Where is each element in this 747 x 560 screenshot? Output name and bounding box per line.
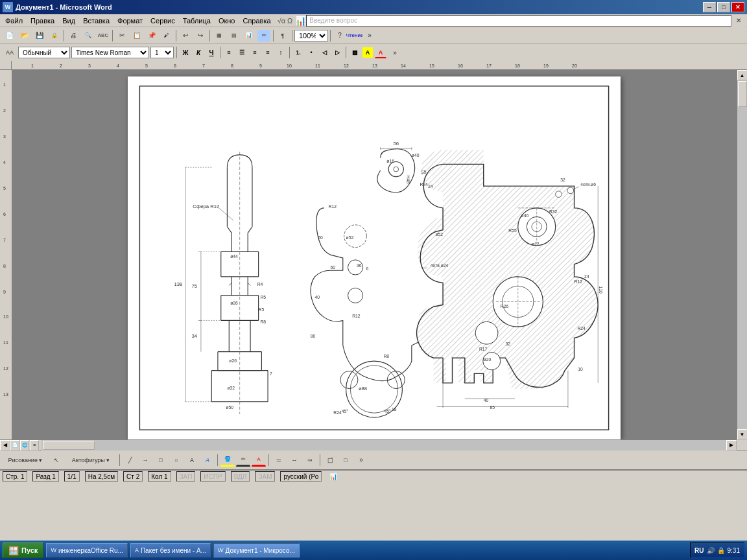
menu-format[interactable]: Формат [113, 16, 147, 26]
normal-view-btn[interactable]: 📄 [10, 440, 19, 450]
arrow-style-button[interactable]: ⇒ [303, 454, 317, 467]
undo-button[interactable]: ↩ [178, 29, 193, 42]
line-style-button[interactable]: ═ [272, 454, 286, 467]
minimize-button[interactable]: ─ [703, 2, 716, 12]
italic-button[interactable]: К [193, 47, 204, 58]
scroll-left-button[interactable]: ◀ [0, 440, 10, 450]
menu-tools[interactable]: Сервис [147, 16, 179, 26]
decrease-indent-button[interactable]: ◁ [318, 47, 330, 58]
scroll-up-button[interactable]: ▲ [737, 70, 748, 80]
help-input[interactable]: Введите вопрос [306, 15, 731, 27]
svg-text:4отв.ø6: 4отв.ø6 [580, 182, 596, 187]
menu-file[interactable]: Файл [1, 16, 27, 26]
menu-insert[interactable]: Вставка [79, 16, 113, 26]
print-preview-button[interactable]: 🔍 [81, 29, 95, 42]
separator6 [292, 30, 292, 41]
show-para-button[interactable]: ¶ [276, 29, 290, 42]
scroll-down-button[interactable]: ▼ [737, 429, 748, 439]
document-area[interactable]: Сфера R17 [12, 70, 737, 439]
menu-table[interactable]: Таблица [179, 16, 215, 26]
svg-text:5: 5 [145, 64, 148, 68]
menu-window[interactable]: Окно [215, 16, 239, 26]
autoshapes-button[interactable]: Автофигуры ▾ [65, 454, 117, 467]
close-button[interactable]: ✕ [731, 2, 744, 12]
scroll-track-v[interactable] [737, 80, 748, 429]
style-btn[interactable]: AA [3, 46, 17, 59]
svg-text:8: 8 [3, 264, 6, 268]
web-view-btn[interactable]: 🌐 [20, 440, 29, 450]
style-select[interactable]: Обычный [18, 47, 70, 58]
select-button[interactable]: ↖ [49, 454, 64, 467]
permission-button[interactable]: 🔒 [47, 29, 62, 42]
menu-help[interactable]: Справка [239, 16, 274, 26]
font-select[interactable]: Times New Roman [71, 47, 149, 58]
line-color-button[interactable]: ✏ [236, 454, 250, 467]
separator3 [176, 30, 176, 41]
num-list-button[interactable]: 1. [292, 47, 304, 58]
rect-tool[interactable]: □ [154, 454, 168, 467]
fmt-more-button[interactable]: » [388, 46, 402, 59]
insert-columns-button[interactable]: ▤ [227, 29, 241, 42]
scroll-thumb-v[interactable] [738, 81, 747, 107]
insert-table-button[interactable]: ▦ [212, 29, 226, 42]
maximize-button[interactable]: □ [717, 2, 730, 12]
paste-button[interactable]: 📌 [145, 29, 159, 42]
3d-button[interactable]: □ [338, 454, 353, 467]
oval-tool[interactable]: ○ [169, 454, 184, 467]
redo-button[interactable]: ↪ [193, 29, 208, 42]
taskbar-btn1[interactable]: W инженеркаOffice Ru... [46, 543, 128, 557]
line-spacing-button[interactable]: ↕ [275, 47, 287, 58]
wordart-tool[interactable]: A [200, 454, 215, 467]
dash-style-button[interactable]: -- [287, 454, 302, 467]
spell-button[interactable]: ABC [96, 29, 110, 42]
size-select[interactable]: 1 [150, 47, 174, 58]
horizontal-scrollbar[interactable]: ◀ 📄 🌐 ≡ ▶ [0, 439, 737, 450]
menu-view[interactable]: Вид [58, 16, 79, 26]
font-color-tool[interactable]: A [252, 454, 266, 467]
start-button[interactable]: 🪟 Пуск [3, 542, 43, 558]
taskbar-btn2[interactable]: A Пакет без имени - А... [130, 543, 211, 557]
shadow-button[interactable]: □̈ [323, 454, 337, 467]
cut-button[interactable]: ✂ [115, 29, 129, 42]
highlight-button[interactable]: A [362, 47, 374, 58]
menu-edit[interactable]: Правка [27, 16, 58, 26]
justify-button[interactable]: ≡ [262, 47, 274, 58]
fill-color-button[interactable]: 🪣 [220, 454, 235, 467]
drawing-menu-button[interactable]: Рисование ▾ [3, 454, 48, 467]
align-right-button[interactable]: ≡ [249, 47, 261, 58]
align-left-button[interactable]: ≡ [223, 47, 235, 58]
vertical-scrollbar[interactable]: ▲ ▼ [737, 70, 747, 439]
bul-list-button[interactable]: • [305, 47, 317, 58]
outline-view-btn[interactable]: ≡ [30, 440, 39, 450]
align-center-button[interactable]: ☰ [236, 47, 248, 58]
copy-button[interactable]: 📋 [130, 29, 144, 42]
insert-chart-button[interactable]: 📊 [242, 29, 256, 42]
scroll-right-button[interactable]: ▶ [726, 440, 737, 450]
underline-button[interactable]: Ч [206, 47, 217, 58]
border-button[interactable]: ▦ [349, 47, 361, 58]
more-draw-button[interactable]: » [354, 454, 368, 467]
print-button[interactable]: 🖨 [66, 29, 80, 42]
bold-button[interactable]: Ж [180, 47, 191, 58]
h-scroll-track[interactable] [42, 440, 726, 450]
col-status: Ст 2 [123, 471, 143, 482]
vertical-ruler: 1 2 3 4 5 6 7 8 9 10 11 12 13 [0, 70, 12, 439]
close-help-button[interactable]: ✕ [731, 14, 746, 27]
title-controls[interactable]: ─ □ ✕ [703, 2, 744, 12]
format-painter-button[interactable]: 🖌 [160, 29, 174, 42]
new-button[interactable]: 📄 [3, 29, 17, 42]
drawing-button[interactable]: ✏ [257, 29, 271, 42]
textbox-tool[interactable]: A [185, 454, 199, 467]
increase-indent-button[interactable]: ▷ [331, 47, 343, 58]
read-mode-button[interactable]: Чтение [348, 29, 362, 42]
zoom-select[interactable]: 100% [294, 30, 328, 41]
h-scroll-thumb[interactable] [43, 441, 95, 450]
font-color-button[interactable]: A [375, 47, 386, 58]
taskbar-btn3[interactable]: W Документ1 - Микросо... [213, 543, 300, 557]
save-button[interactable]: 💾 [32, 29, 47, 42]
more-button[interactable]: » [362, 29, 377, 42]
line-tool[interactable]: ╱ [123, 454, 137, 467]
arrow-tool[interactable]: → [138, 454, 152, 467]
open-button[interactable]: 📂 [18, 29, 32, 42]
help-button[interactable]: ? [333, 29, 347, 42]
